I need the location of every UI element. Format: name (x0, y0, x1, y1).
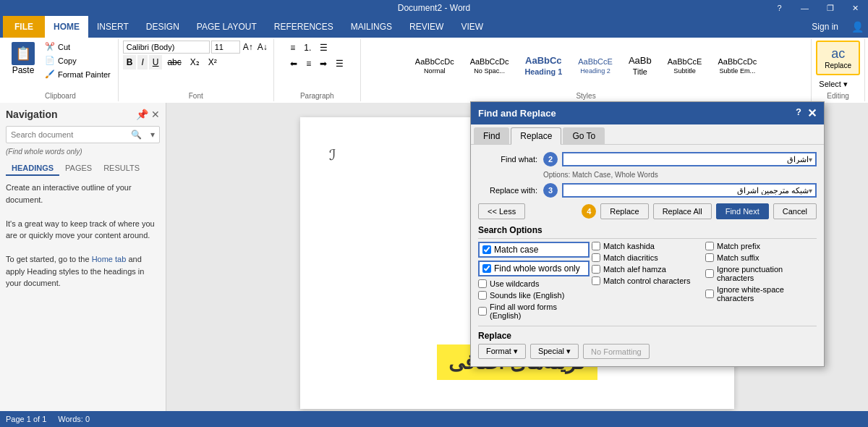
tab-insert[interactable]: INSERT (88, 16, 137, 38)
sounds-like-checkbox[interactable] (478, 291, 487, 300)
paste-button[interactable]: 📋 Paste (7, 41, 39, 77)
italic-button[interactable]: I (137, 55, 147, 69)
special-dropdown-button[interactable]: Special ▾ (530, 344, 579, 359)
cut-button[interactable]: ✂️ Cut (42, 41, 114, 53)
replace-button[interactable]: Replace (600, 203, 648, 219)
dialog-tab-find[interactable]: Find (474, 127, 509, 144)
dialog-tab-goto[interactable]: Go To (563, 127, 605, 144)
tab-mailings[interactable]: MAILINGS (342, 16, 401, 38)
search-box: 🔍 ▾ (6, 126, 160, 143)
font-size-selector[interactable]: 11 (211, 41, 240, 54)
nav-header: Navigation 📌 ✕ (6, 109, 160, 120)
close-button[interactable]: ✕ (843, 0, 868, 16)
align-center-button[interactable]: ≡ (302, 56, 315, 71)
search-icon[interactable]: 🔍 (127, 127, 146, 143)
nav-pin-button[interactable]: 📌 (136, 109, 148, 120)
dialog-title-text: Find and Replace (478, 108, 556, 119)
bold-button[interactable]: B (123, 55, 137, 69)
replace-ribbon-button[interactable]: ac Replace (816, 41, 860, 75)
copy-button[interactable]: 📄 Copy (42, 54, 114, 67)
options-text: Options: Match Case, Whole Words (478, 171, 817, 179)
ignore-whitespace-checkbox[interactable] (705, 289, 714, 298)
match-suffix-checkbox[interactable] (705, 253, 714, 262)
grow-font-button[interactable]: A↑ (242, 42, 255, 52)
tab-page-layout[interactable]: PAGE LAYOUT (188, 16, 265, 38)
shrink-font-button[interactable]: A↓ (256, 42, 269, 52)
use-wildcards-checkbox[interactable] (478, 279, 487, 288)
less-button[interactable]: << Less (478, 203, 525, 219)
multilevel-list-button[interactable]: ☰ (316, 41, 331, 55)
account-icon[interactable]: 👤 (847, 21, 868, 33)
style-heading2[interactable]: AaBbCcEHeading 2 (571, 54, 619, 78)
style-heading1[interactable]: AaBbCcHeading 1 (518, 51, 569, 80)
cancel-button[interactable]: Cancel (773, 203, 817, 219)
replace-dropdown-btn[interactable]: ▾ (809, 187, 812, 195)
tab-view[interactable]: VIEW (452, 16, 492, 38)
restore-button[interactable]: ❐ (817, 0, 843, 16)
dialog-tab-replace[interactable]: Replace (511, 127, 561, 145)
tab-file[interactable]: FILE (3, 16, 45, 38)
tab-review[interactable]: REVIEW (401, 16, 452, 38)
match-alef-hamza-checkbox[interactable] (592, 265, 600, 274)
clipboard-group-label: Clipboard (45, 90, 76, 100)
bullets-button[interactable]: ≡ (286, 41, 299, 55)
ribbon-tabs: FILE HOME INSERT DESIGN PAGE LAYOUT REFE… (0, 16, 868, 38)
minimize-button[interactable]: — (792, 0, 817, 16)
replace-input-wrapper: ▾ (562, 183, 817, 198)
select-label: Select ▾ (819, 80, 848, 89)
nav-tab-pages[interactable]: PAGES (59, 161, 98, 176)
find-dropdown-btn[interactable]: ▾ (809, 156, 812, 164)
replace-input[interactable] (566, 186, 809, 195)
find-all-word-forms-checkbox[interactable] (478, 307, 487, 316)
font-group-label: Font (189, 90, 203, 100)
replace-btn-row: Format ▾ Special ▾ No Formatting (478, 344, 817, 359)
no-formatting-button[interactable]: No Formatting (583, 344, 650, 359)
search-dropdown-icon[interactable]: ▾ (146, 127, 159, 143)
find-all-word-forms-label: Find all word forms (English) (490, 303, 590, 320)
format-painter-button[interactable]: 🖌️ Format Painter (42, 68, 114, 80)
superscript-button[interactable]: X² (205, 55, 221, 69)
tab-home[interactable]: HOME (45, 16, 88, 38)
find-whole-words-checkbox[interactable] (482, 264, 491, 273)
tab-design[interactable]: DESIGN (137, 16, 188, 38)
underline-button[interactable]: U (149, 55, 163, 69)
match-diacritics-checkbox[interactable] (592, 253, 600, 262)
align-left-button[interactable]: ⬅ (286, 56, 301, 71)
nav-tab-headings[interactable]: HEADINGS (6, 161, 59, 176)
format-dropdown-button[interactable]: Format ▾ (478, 344, 526, 359)
sign-in-button[interactable]: Sign in (803, 22, 847, 32)
style-no-spacing[interactable]: AaBbCcDcNo Spac... (464, 54, 516, 78)
dialog-help-button[interactable]: ? (796, 106, 801, 120)
match-suffix-label: Match suffix (717, 253, 760, 262)
paragraph-content: ≡ 1. ☰ ⬅ ≡ ➡ ☰ (286, 41, 347, 90)
nav-tab-results[interactable]: RESULTS (98, 161, 145, 176)
home-tab-link[interactable]: Home tab (92, 255, 127, 263)
match-prefix-checkbox[interactable] (705, 242, 714, 250)
select-button[interactable]: Select ▾ (816, 78, 860, 90)
justify-button[interactable]: ☰ (332, 56, 347, 71)
status-bar: Page 1 of 1 Words: 0 (0, 411, 868, 427)
find-input[interactable] (566, 155, 809, 164)
match-case-checkbox[interactable] (482, 245, 491, 254)
style-title[interactable]: AaBbTitle (622, 51, 658, 80)
subscript-button[interactable]: X₂ (187, 55, 203, 69)
replace-all-button[interactable]: Replace All (653, 203, 712, 219)
search-input[interactable] (7, 127, 127, 143)
replace-ribbon-icon: ac (831, 46, 845, 62)
match-kashida-checkbox[interactable] (592, 242, 600, 250)
nav-close-button[interactable]: ✕ (151, 109, 160, 120)
align-right-button[interactable]: ➡ (316, 56, 331, 71)
find-whole-words-option: Find whole words only (478, 261, 590, 276)
match-control-chars-checkbox[interactable] (592, 276, 600, 285)
style-normal[interactable]: AaBbCcDcNormal (409, 54, 461, 78)
find-next-button[interactable]: Find Next (716, 203, 769, 219)
ignore-punctuation-checkbox[interactable] (705, 269, 714, 278)
font-name-selector[interactable]: Calibri (Body) (123, 41, 210, 54)
style-subtitle[interactable]: AaBbCcESubtitle (661, 54, 709, 78)
help-button[interactable]: ? (767, 0, 792, 16)
strikethrough-button[interactable]: abc (163, 55, 184, 69)
numbering-button[interactable]: 1. (300, 41, 315, 55)
tab-references[interactable]: REFERENCES (265, 16, 342, 38)
dialog-close-button[interactable]: ✕ (807, 106, 817, 120)
style-subtle-em[interactable]: AaBbCcDcSubtle Em... (711, 54, 763, 78)
